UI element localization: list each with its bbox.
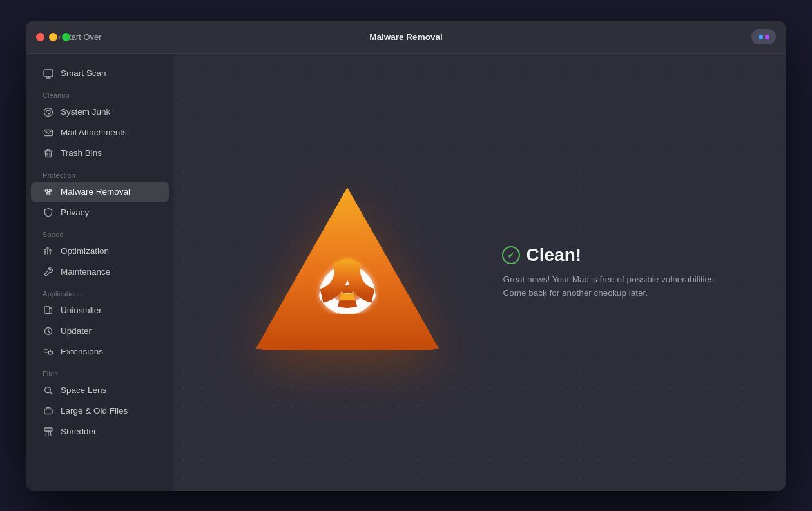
- sidebar-item-system-junk[interactable]: System Junk: [31, 102, 169, 122]
- sidebar-item-mail-attachments[interactable]: Mail Attachments: [31, 122, 169, 143]
- svg-rect-17: [44, 349, 48, 352]
- center-content: ✓ Clean! Great news! Your Mac is free of…: [244, 169, 717, 376]
- updater-icon: [43, 325, 54, 337]
- sidebar-item-shredder[interactable]: Shredder: [31, 421, 169, 442]
- titlebar: ‹ Start Over Malware Removal: [26, 21, 786, 54]
- traffic-lights: [36, 33, 70, 41]
- sidebar-item-malware-removal[interactable]: Malware Removal: [31, 182, 169, 202]
- sidebar-item-uninstaller[interactable]: Uninstaller: [31, 300, 169, 321]
- uninstaller-label: Uninstaller: [61, 305, 102, 315]
- svg-line-22: [50, 392, 53, 394]
- speed-section-label: Speed: [26, 223, 174, 241]
- smart-scan-icon: [43, 68, 54, 79]
- large-old-files-icon: [43, 405, 54, 417]
- sidebar-item-smart-scan[interactable]: Smart Scan: [31, 63, 169, 84]
- optimization-icon: [43, 246, 54, 257]
- svg-rect-18: [49, 351, 53, 354]
- maximize-button[interactable]: [62, 33, 70, 41]
- system-junk-icon: [43, 106, 54, 118]
- dot-blue: [759, 35, 763, 39]
- sidebar-item-space-lens[interactable]: Space Lens: [31, 380, 169, 401]
- shredder-icon: [43, 426, 54, 438]
- sidebar: Smart Scan Cleanup System Junk: [26, 54, 174, 491]
- sidebar-item-updater[interactable]: Updater: [31, 321, 169, 342]
- svg-point-14: [50, 249, 51, 251]
- svg-rect-15: [44, 307, 50, 313]
- extensions-label: Extensions: [61, 347, 103, 356]
- app-content: Smart Scan Cleanup System Junk: [26, 54, 786, 491]
- mail-attachments-label: Mail Attachments: [61, 128, 127, 137]
- svg-point-13: [47, 247, 48, 249]
- result-title-row: ✓ Clean!: [502, 245, 717, 265]
- app-window: ‹ Start Over Malware Removal: [26, 21, 786, 491]
- biohazard-container: [244, 169, 450, 376]
- main-content: ✓ Clean! Great news! Your Mac is free of…: [174, 54, 786, 491]
- svg-point-3: [44, 108, 53, 116]
- mail-attachments-icon: [43, 127, 54, 139]
- sidebar-item-large-old-files[interactable]: Large & Old Files: [31, 401, 169, 421]
- svg-rect-23: [44, 409, 52, 414]
- clean-title: Clean!: [527, 245, 582, 265]
- space-lens-icon: [43, 385, 54, 396]
- minimize-button[interactable]: [49, 33, 57, 41]
- sidebar-item-optimization[interactable]: Optimization: [31, 241, 169, 262]
- cleanup-section-label: Cleanup: [26, 84, 174, 102]
- titlebar-right: [751, 29, 776, 44]
- sidebar-item-extensions[interactable]: Extensions: [31, 342, 169, 362]
- trash-bins-label: Trash Bins: [61, 148, 102, 158]
- check-circle-icon: ✓: [502, 246, 520, 264]
- svg-line-25: [46, 431, 46, 436]
- uninstaller-icon: [43, 305, 54, 316]
- space-lens-label: Space Lens: [61, 385, 106, 395]
- more-options-button[interactable]: [751, 29, 776, 44]
- shredder-label: Shredder: [61, 427, 97, 436]
- trash-bins-icon: [43, 148, 54, 159]
- svg-line-27: [50, 431, 51, 436]
- close-button[interactable]: [36, 33, 44, 41]
- check-mark: ✓: [507, 250, 515, 260]
- privacy-label: Privacy: [61, 207, 89, 217]
- svg-point-12: [44, 249, 46, 251]
- malware-removal-label: Malware Removal: [61, 187, 130, 197]
- biohazard-icon: [244, 169, 450, 376]
- sidebar-item-trash-bins[interactable]: Trash Bins: [31, 143, 169, 164]
- dot-purple: [765, 35, 769, 39]
- svg-rect-4: [44, 130, 53, 135]
- protection-section-label: Protection: [26, 164, 174, 182]
- extensions-icon: [43, 346, 54, 358]
- sidebar-item-privacy[interactable]: Privacy: [31, 202, 169, 223]
- smart-scan-label: Smart Scan: [61, 68, 106, 78]
- updater-label: Updater: [61, 326, 92, 336]
- svg-rect-24: [44, 428, 52, 431]
- files-section-label: Files: [26, 362, 174, 380]
- result-panel: ✓ Clean! Great news! Your Mac is free of…: [502, 245, 717, 300]
- svg-rect-0: [44, 70, 53, 77]
- maintenance-label: Maintenance: [61, 267, 110, 276]
- optimization-label: Optimization: [61, 246, 109, 256]
- privacy-icon: [43, 207, 54, 218]
- system-junk-label: System Junk: [61, 107, 110, 117]
- result-description: Great news! Your Mac is free of possible…: [502, 273, 717, 300]
- large-old-files-label: Large & Old Files: [61, 406, 128, 416]
- sidebar-item-maintenance[interactable]: Maintenance: [31, 262, 169, 282]
- page-title: Malware Removal: [369, 32, 442, 42]
- malware-removal-icon: [43, 186, 54, 198]
- applications-section-label: Applications: [26, 282, 174, 300]
- maintenance-icon: [43, 266, 54, 278]
